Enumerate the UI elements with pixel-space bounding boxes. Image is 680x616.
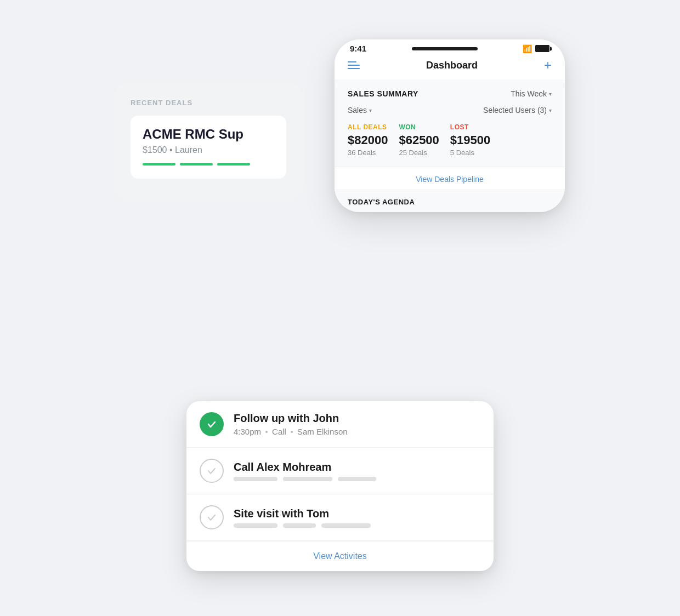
- placeholder-bar-2-2: [283, 477, 332, 481]
- add-button[interactable]: +: [544, 59, 552, 72]
- sales-summary-title: SALES SUMMARY: [348, 89, 418, 98]
- activity-title-1: Follow up with John: [234, 412, 480, 425]
- deals-grid: ALL DEALS $82000 36 Deals WON $62500 25 …: [348, 123, 552, 157]
- activity-type-1: Call: [272, 427, 286, 436]
- won-amount: $62500: [399, 133, 439, 147]
- menu-line-2: [348, 65, 360, 66]
- battery-icon: [535, 45, 549, 52]
- won-deals-col: WON $62500 25 Deals: [399, 123, 439, 157]
- activity-title-3: Site visit with Tom: [234, 507, 480, 520]
- users-filter-label: Selected Users (3): [483, 106, 547, 115]
- placeholder-bars-2: [234, 477, 480, 481]
- activity-time-1: 4:30pm: [234, 427, 261, 436]
- sales-summary-section: SALES SUMMARY This Week ▾ Sales ▾ Select…: [335, 79, 565, 167]
- all-deals-col: ALL DEALS $82000 36 Deals: [348, 123, 388, 157]
- placeholder-bar-3-2: [283, 523, 316, 528]
- menu-line-3: [348, 68, 360, 69]
- status-time: 9:41: [350, 44, 366, 53]
- dot-1: [265, 431, 268, 433]
- activity-person-1: Sam Elkinson: [297, 427, 348, 436]
- phone-mockup: 9:41 📶 Dashboard + SALES SUMMARY This We…: [335, 39, 565, 212]
- status-icons: 📶: [523, 44, 549, 53]
- sales-filter-label: Sales: [348, 106, 367, 115]
- wifi-icon: 📶: [523, 44, 532, 53]
- nav-title: Dashboard: [426, 60, 478, 71]
- lost-label: LOST: [450, 123, 490, 131]
- all-deals-label: ALL DEALS: [348, 123, 388, 131]
- status-bar: 9:41 📶: [335, 39, 565, 55]
- menu-button[interactable]: [348, 61, 360, 69]
- lost-deals-col: LOST $19500 5 Deals: [450, 123, 490, 157]
- progress-bar-2: [180, 163, 213, 166]
- placeholder-bar-3-1: [234, 523, 277, 528]
- sales-filter-btn[interactable]: Sales ▾: [348, 106, 372, 115]
- chevron-down-icon: ▾: [549, 91, 552, 97]
- placeholder-bar-2-3: [338, 477, 376, 481]
- progress-bars: [143, 163, 274, 166]
- activity-title-2: Call Alex Mohream: [234, 461, 480, 474]
- activity-content-1: Follow up with John 4:30pm Call Sam Elki…: [234, 412, 480, 436]
- phone-navbar: Dashboard +: [335, 55, 565, 79]
- won-count: 25 Deals: [399, 149, 439, 157]
- activity-item-3[interactable]: Site visit with Tom: [186, 494, 494, 541]
- all-deals-count: 36 Deals: [348, 149, 388, 157]
- placeholder-bars-3: [234, 523, 480, 528]
- all-deals-amount: $82000: [348, 133, 388, 147]
- activity-item-2[interactable]: Call Alex Mohream: [186, 448, 494, 494]
- status-notch: [412, 47, 478, 50]
- users-filter-btn[interactable]: Selected Users (3) ▾: [483, 106, 552, 115]
- users-chevron-icon: ▾: [549, 107, 552, 113]
- placeholder-bar-3-3: [321, 523, 371, 528]
- view-pipeline-link[interactable]: View Deals Pipeline: [335, 167, 565, 189]
- check-pending-icon-2: [200, 459, 224, 483]
- deal-title: ACME RMC Sup: [143, 127, 274, 142]
- progress-bar-1: [143, 163, 175, 166]
- activity-content-3: Site visit with Tom: [234, 507, 480, 528]
- activity-meta-1: 4:30pm Call Sam Elkinson: [234, 427, 480, 436]
- placeholder-bar-2-1: [234, 477, 277, 481]
- activity-cards: Follow up with John 4:30pm Call Sam Elki…: [186, 401, 494, 571]
- recent-deals-card: RECENT DEALS ACME RMC Sup $1500 • Lauren: [115, 83, 302, 201]
- dot-2: [291, 431, 293, 433]
- lost-count: 5 Deals: [450, 149, 490, 157]
- sales-chevron-icon: ▾: [369, 107, 372, 113]
- deal-sub: $1500 • Lauren: [143, 145, 274, 155]
- menu-line-1: [348, 61, 356, 62]
- recent-deals-label: RECENT DEALS: [131, 99, 286, 107]
- sales-summary-header: SALES SUMMARY This Week ▾: [348, 89, 552, 98]
- check-pending-icon-3: [200, 505, 224, 529]
- check-done-icon-1: [200, 412, 224, 436]
- agenda-title: TODAY'S AGENDA: [348, 198, 415, 206]
- view-activities-link[interactable]: View Activites: [186, 541, 494, 571]
- activity-content-2: Call Alex Mohream: [234, 461, 480, 481]
- filter-row: Sales ▾ Selected Users (3) ▾: [348, 106, 552, 115]
- this-week-label: This Week: [511, 89, 547, 98]
- activity-item-1[interactable]: Follow up with John 4:30pm Call Sam Elki…: [186, 401, 494, 448]
- won-label: WON: [399, 123, 439, 131]
- lost-amount: $19500: [450, 133, 490, 147]
- agenda-section: TODAY'S AGENDA: [335, 189, 565, 212]
- progress-bar-3: [217, 163, 250, 166]
- this-week-dropdown[interactable]: This Week ▾: [511, 89, 552, 98]
